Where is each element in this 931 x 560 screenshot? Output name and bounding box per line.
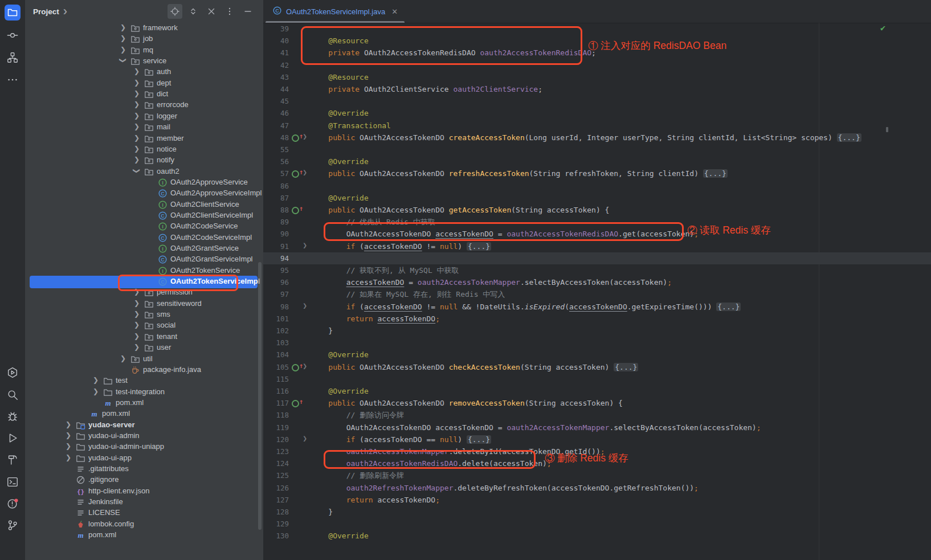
search-icon[interactable] bbox=[5, 387, 21, 403]
chevron-right-icon[interactable]: ❯ bbox=[64, 453, 72, 461]
tree-item-yudao-ui-admin[interactable]: ❯yudao-ui-admin bbox=[25, 431, 263, 442]
tree-item-tenant[interactable]: ❯tenant bbox=[25, 332, 263, 343]
code-editor[interactable]: ✔ 3940 @Resource41 private OAuth2AccessT… bbox=[263, 23, 931, 560]
code-line-57[interactable]: 57↑❯ public OAuth2AccessTokenDO refreshA… bbox=[263, 167, 931, 179]
tree-item-service[interactable]: ❯service bbox=[25, 56, 263, 67]
code-line-48[interactable]: 48↑❯ public OAuth2AccessTokenDO createAc… bbox=[263, 132, 931, 144]
chevron-right-icon[interactable]: ❯ bbox=[92, 376, 100, 384]
code-line-47[interactable]: 47 @Transactional bbox=[263, 120, 931, 132]
tree-item-sensitiveword[interactable]: ❯sensitiveword bbox=[25, 299, 263, 310]
run-icon[interactable] bbox=[5, 430, 21, 446]
chevron-right-icon[interactable]: ❯ bbox=[64, 442, 72, 450]
folded-code-region[interactable]: {...} bbox=[837, 133, 861, 142]
locate-icon[interactable] bbox=[168, 4, 182, 19]
build-icon[interactable] bbox=[5, 452, 21, 468]
code-line-86[interactable]: 86 bbox=[263, 180, 931, 192]
tree-item-social[interactable]: ❯social bbox=[25, 320, 263, 332]
tree-item-dept[interactable]: ❯dept bbox=[25, 78, 263, 89]
chevron-right-icon[interactable]: ❯ bbox=[133, 89, 141, 97]
expand-icon[interactable] bbox=[186, 4, 201, 19]
more-icon[interactable] bbox=[5, 72, 21, 88]
tree-item-http-client-env-json[interactable]: {}http-client.env.json bbox=[25, 486, 263, 497]
tree-item-yudao-server[interactable]: ❯yudao-server bbox=[25, 420, 263, 431]
code-line-43[interactable]: 43 @Resource bbox=[263, 71, 931, 83]
tree-item-dict[interactable]: ❯dict bbox=[25, 89, 263, 100]
chevron-right-icon[interactable]: ❯ bbox=[119, 23, 127, 31]
chevron-right-icon[interactable]: ❯ bbox=[133, 79, 141, 87]
code-line-130[interactable]: 130 @Override bbox=[263, 530, 931, 542]
chevron-right-icon[interactable]: ❯ bbox=[133, 299, 141, 307]
chevron-right-icon[interactable]: ❯ bbox=[119, 34, 127, 42]
chevron-down-icon[interactable]: ❯ bbox=[133, 167, 141, 175]
code-line-94[interactable]: 94 bbox=[263, 252, 931, 264]
code-line-44[interactable]: 44 private OAuth2ClientService oauth2Cli… bbox=[263, 83, 931, 95]
fold-icon[interactable]: ❯ bbox=[303, 434, 307, 443]
tree-item-oauth2grantserviceimpl[interactable]: COAuth2GrantServiceImpl bbox=[25, 254, 263, 265]
tree-item-oauth2codeservice[interactable]: IOAuth2CodeService bbox=[25, 221, 263, 232]
tree-item-framework[interactable]: ❯framework bbox=[25, 23, 263, 34]
tree-item-user[interactable]: ❯user bbox=[25, 342, 263, 354]
code-line-88[interactable]: 88↑ public OAuth2AccessTokenDO getAccess… bbox=[263, 204, 931, 216]
code-line-125[interactable]: 125 // 删除刷新令牌 bbox=[263, 469, 931, 481]
chevron-right-icon[interactable]: ❯ bbox=[133, 321, 141, 329]
code-line-89[interactable]: 89 // 优先从 Redis 中获取 bbox=[263, 216, 931, 228]
chevron-right-icon[interactable]: ❯ bbox=[133, 156, 141, 163]
code-line-55[interactable]: 55 bbox=[263, 144, 931, 156]
tree-item-pom-xml[interactable]: mpom.xml bbox=[25, 530, 263, 541]
tree-item-logger[interactable]: ❯logger bbox=[25, 111, 263, 122]
code-line-104[interactable]: 104 @Override bbox=[263, 349, 931, 361]
code-line-101[interactable]: 101 return accessTokenDO; bbox=[263, 313, 931, 325]
tree-item-notice[interactable]: ❯notice bbox=[25, 144, 263, 156]
options-icon[interactable] bbox=[222, 4, 237, 19]
tree-item--gitattributes[interactable]: .gitattributes bbox=[25, 464, 263, 475]
project-tree-scrollbar[interactable] bbox=[258, 262, 262, 530]
code-line-90[interactable]: 90 OAuth2AccessTokenDO accessTokenDO = o… bbox=[263, 228, 931, 240]
code-line-117[interactable]: 117↑ public OAuth2AccessTokenDO removeAc… bbox=[263, 397, 931, 409]
folded-code-region[interactable]: {...} bbox=[703, 169, 728, 178]
code-line-95[interactable]: 95 // 获取不到, 从 MySQL 中获取 bbox=[263, 264, 931, 276]
code-line-42[interactable]: 42 bbox=[263, 59, 931, 71]
code-line-39[interactable]: 39 bbox=[263, 23, 931, 35]
code-line-98[interactable]: 98❯ if (accessTokenDO != null && !DateUt… bbox=[263, 301, 931, 313]
chevron-right-icon[interactable]: ❯ bbox=[133, 310, 141, 318]
code-line-105[interactable]: 105↑❯ public OAuth2AccessTokenDO checkAc… bbox=[263, 361, 931, 373]
chevron-right-icon[interactable]: ❯ bbox=[119, 354, 127, 362]
chevron-right-icon[interactable]: ❯ bbox=[133, 288, 141, 296]
fold-icon[interactable]: ❯ bbox=[303, 241, 307, 250]
overrides-icon[interactable] bbox=[292, 207, 299, 214]
code-line-56[interactable]: 56 @Override bbox=[263, 156, 931, 167]
tree-item-oauth2tokenservice[interactable]: IOAuth2TokenService bbox=[25, 265, 263, 277]
tree-item-oauth2tokenserviceimpl[interactable]: COAuth2TokenServiceImpl bbox=[25, 276, 263, 288]
chevron-right-icon[interactable]: ❯ bbox=[119, 46, 127, 54]
chevron-right-icon[interactable]: ❯ bbox=[133, 67, 141, 75]
folded-code-region[interactable]: {...} bbox=[467, 242, 491, 251]
code-line-128[interactable]: 128 } bbox=[263, 506, 931, 518]
structure-icon[interactable] bbox=[5, 50, 21, 66]
tree-item-test[interactable]: ❯test bbox=[25, 375, 263, 387]
folded-code-region[interactable]: {...} bbox=[614, 363, 638, 371]
tree-item-yudao-ui-app[interactable]: ❯yudao-ui-app bbox=[25, 453, 263, 464]
services-icon[interactable] bbox=[5, 365, 21, 381]
tree-item-sms[interactable]: ❯sms bbox=[25, 309, 263, 321]
chevron-right-icon[interactable]: ❯ bbox=[133, 145, 141, 153]
tree-item-oauth2[interactable]: ❯oauth2 bbox=[25, 166, 263, 178]
project-panel-title[interactable]: Project bbox=[33, 7, 59, 16]
code-line-116[interactable]: 116 @Override bbox=[263, 385, 931, 397]
code-line-102[interactable]: 102 } bbox=[263, 325, 931, 337]
chevron-right-icon[interactable]: ❯ bbox=[133, 122, 141, 130]
tree-item-oauth2clientserviceimpl[interactable]: COAuth2ClientServiceImpl bbox=[25, 210, 263, 222]
chevron-right-icon[interactable]: ❯ bbox=[133, 332, 141, 340]
tree-item-mail[interactable]: ❯mail bbox=[25, 122, 263, 133]
code-line-126[interactable]: 126 oauth2RefreshTokenMapper.deleteByRef… bbox=[263, 482, 931, 494]
tree-item-oauth2grantservice[interactable]: IOAuth2GrantService bbox=[25, 243, 263, 255]
chevron-right-icon[interactable]: ❯ bbox=[133, 343, 141, 351]
collapse-all-icon[interactable] bbox=[204, 4, 219, 19]
tree-item-util[interactable]: ❯util bbox=[25, 354, 263, 365]
overrides-icon[interactable] bbox=[292, 134, 299, 142]
tree-item-yudao-ui-admin-uniapp[interactable]: ❯yudao-ui-admin-uniapp bbox=[25, 442, 263, 453]
debug-icon[interactable] bbox=[5, 408, 21, 424]
code-line-97[interactable]: 97 // 如果在 MySQL 存在, 则往 Redis 中写入 bbox=[263, 288, 931, 300]
tree-item-oauth2approveserviceimpl[interactable]: COAuth2ApproveServiceImpl bbox=[25, 188, 263, 199]
code-line-119[interactable]: 119 OAuth2AccessTokenDO accessTokenDO = … bbox=[263, 422, 931, 434]
fold-icon[interactable]: ❯ bbox=[303, 362, 307, 370]
